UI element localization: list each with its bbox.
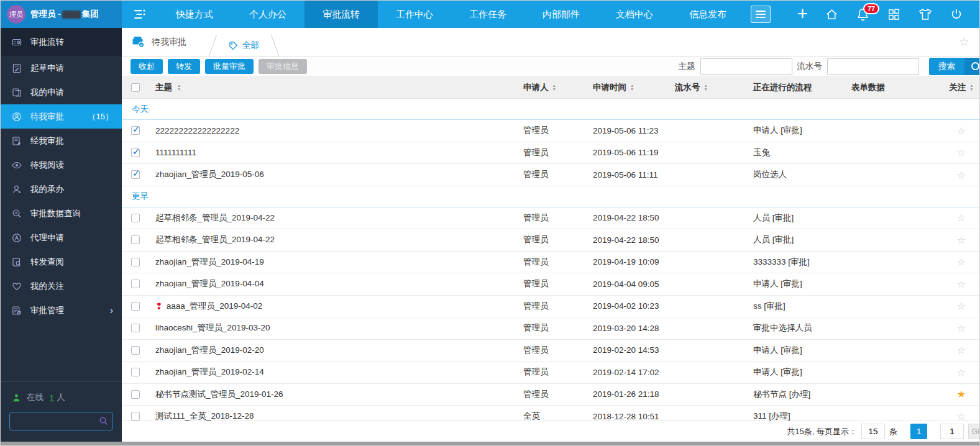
toolbar-button-forward[interactable]: 转发 [168,59,200,74]
subject-cell[interactable]: lihaoceshi_管理员_2019-03-20 [149,322,523,334]
table-row[interactable]: 起草相邻条_管理员_2019-04-22管理员2019-04-22 18:50人… [122,229,979,252]
table-row[interactable]: 测试111_全英_2018-12-28全英2018-12-28 10:51311… [122,406,979,421]
table-row[interactable]: lihaoceshi_管理员_2019-03-20管理员2019-03-20 1… [122,317,979,340]
column-header-time[interactable]: 申请时间▲▼ [593,82,675,93]
subject-text[interactable]: zhaojian_管理员_2019-05-06 [155,169,264,180]
subject-cell[interactable]: 222222222222222222 [149,126,523,135]
nav-tab-document-center[interactable]: 文档中心 [598,1,671,28]
sort-icon[interactable]: ▲▼ [630,84,634,91]
sidebar-item-pending-my-read[interactable]: 待我阅读 [1,153,122,177]
nav-collapse-button[interactable] [122,1,158,28]
favorite-star-icon[interactable]: ☆ [957,212,966,224]
theme-button[interactable] [918,7,933,22]
subject-text[interactable]: 秘书节点测试_管理员_2019-01-26 [155,389,283,400]
favorite-star-icon[interactable]: ☆ [957,411,966,421]
subject-text[interactable]: 测试111_全英_2018-12-28 [155,411,254,421]
nav-tab-internal-mail[interactable]: 内部邮件 [524,1,598,28]
favorite-star-icon[interactable]: ☆ [957,234,966,246]
nav-tab-shortcuts[interactable]: 快捷方式 [158,1,231,28]
sidebar-item-approval-flow[interactable]: 审批流转 [1,28,122,56]
avatar[interactable]: 理员 [7,5,25,24]
sidebar-item-my-undertaking[interactable]: 我的承办 [1,177,122,201]
go-button[interactable]: GO [968,424,979,439]
subject-text[interactable]: zhaojian_管理员_2019-04-19 [155,257,264,268]
subject-text[interactable]: lihaoceshi_管理员_2019-03-20 [155,322,270,334]
favorite-star-icon[interactable]: ☆ [957,322,966,334]
sidebar-item-pending-my-approval[interactable]: 待我审批（15） [1,104,122,129]
favorite-star-icon[interactable]: ☆ [957,125,966,137]
column-header-subject[interactable]: 主题▲▼ [149,82,523,93]
advanced-search-button[interactable] [964,58,979,75]
sidebar-item-my-application[interactable]: 我的申请 [1,80,122,104]
row-checkbox[interactable] [131,412,140,421]
notifications-button[interactable]: 77 [856,7,870,22]
table-row[interactable]: zhaojian_管理员_2019-04-19管理员2019-04-19 10:… [122,252,979,274]
subject-cell[interactable]: ❢aaaa_管理员_2019-04-02 [149,301,523,312]
subject-text[interactable]: aaaa_管理员_2019-04-02 [167,301,263,312]
subject-cell[interactable]: zhaojian_管理员_2019-04-19 [149,257,523,268]
logout-button[interactable] [950,7,963,21]
sidebar-item-forward-review[interactable]: 转发查阅 [1,250,122,274]
toolbar-button-batch-approve[interactable]: 批量审批 [205,59,254,74]
subject-cell[interactable]: 测试111_全英_2018-12-28 [149,411,523,421]
row-checkbox[interactable] [131,368,140,376]
row-checkbox[interactable] [131,390,140,399]
row-checkbox[interactable] [131,214,140,222]
favorite-page-star-icon[interactable]: ☆ [959,35,969,49]
row-checkbox[interactable] [131,170,140,179]
subject-cell[interactable]: 1111111111 [149,148,523,157]
row-checkbox[interactable] [131,324,140,332]
sidebar-search-input[interactable] [9,412,113,430]
row-checkbox[interactable] [131,258,140,266]
nav-tab-info-publish[interactable]: 信息发布 [671,1,744,28]
sort-icon[interactable]: ▲▼ [552,84,556,91]
toolbar-button-collapse[interactable]: 收起 [131,59,163,74]
favorite-star-icon[interactable]: ☆ [957,366,966,378]
nav-tab-approval-flow[interactable]: 审批流转 [305,1,378,28]
favorite-star-icon[interactable]: ☆ [957,256,966,268]
more-menu-button[interactable] [751,6,771,23]
subject-cell[interactable]: zhaojian_管理员_2019-02-14 [149,366,523,378]
search-icon[interactable] [99,416,108,426]
favorite-star-icon[interactable]: ☆ [957,169,966,181]
subject-cell[interactable]: 起草相邻条_管理员_2019-04-22 [149,212,523,224]
favorite-star-icon[interactable]: ★ [957,388,966,400]
row-checkbox[interactable] [131,302,140,311]
sort-icon[interactable]: ▲▼ [177,84,181,91]
favorite-star-icon[interactable]: ☆ [957,300,966,312]
table-row[interactable]: zhaojian_管理员_2019-04-04管理员2019-04-04 09:… [122,273,979,296]
serial-filter-input[interactable] [827,58,919,75]
tab-all[interactable]: 全部 [210,35,278,56]
subject-text[interactable]: 起草相邻条_管理员_2019-04-22 [155,234,275,245]
subject-cell[interactable]: 起草相邻条_管理员_2019-04-22 [149,234,523,245]
table-row[interactable]: zhaojian_管理员_2019-02-14管理员2019-02-14 17:… [122,362,979,384]
subject-text[interactable]: zhaojian_管理员_2019-02-14 [155,366,264,378]
row-checkbox[interactable] [131,280,140,288]
table-row[interactable]: zhaojian_管理员_2019-05-06管理员2019-05-06 11:… [122,164,979,186]
table-row[interactable]: ❢aaaa_管理员_2019-04-02管理员2019-04-02 10:23s… [122,296,979,318]
subject-text[interactable]: 1111111111 [155,148,196,157]
favorite-star-icon[interactable]: ☆ [957,147,966,158]
sidebar-item-approval-data-query[interactable]: 审批数据查询 [1,201,122,225]
sidebar-item-my-follow[interactable]: 我的关注 [1,274,122,298]
subject-text[interactable]: zhaojian_管理员_2019-04-04 [155,278,264,289]
row-checkbox[interactable] [131,346,140,355]
sidebar-item-approval-manage[interactable]: 审批管理› [1,298,122,322]
home-button[interactable] [825,7,839,22]
goto-page-input[interactable] [940,424,964,439]
column-header-applicant[interactable]: 申请人▲▼ [523,82,593,93]
row-checkbox[interactable] [131,126,140,135]
row-checkbox[interactable] [131,235,140,244]
sidebar-item-draft-application[interactable]: 起草申请 [1,56,122,80]
table-row[interactable]: 起草相邻条_管理员_2019-04-22管理员2019-04-22 18:50人… [122,207,979,230]
subject-cell[interactable]: zhaojian_管理员_2019-02-20 [149,345,523,356]
subject-text[interactable]: 起草相邻条_管理员_2019-04-22 [155,212,275,224]
nav-tab-work-tasks[interactable]: 工作任务 [451,1,524,28]
subject-text[interactable]: zhaojian_管理员_2019-02-20 [155,345,264,356]
topbar-user[interactable]: 理员 管理员 -集团 [1,1,122,28]
nav-tab-personal-office[interactable]: 个人办公 [231,1,305,28]
sort-icon[interactable]: ▲▼ [704,84,708,91]
add-button[interactable]: + [797,4,808,23]
sort-icon[interactable]: ▲▼ [969,84,973,91]
subject-cell[interactable]: zhaojian_管理员_2019-04-04 [149,278,523,289]
